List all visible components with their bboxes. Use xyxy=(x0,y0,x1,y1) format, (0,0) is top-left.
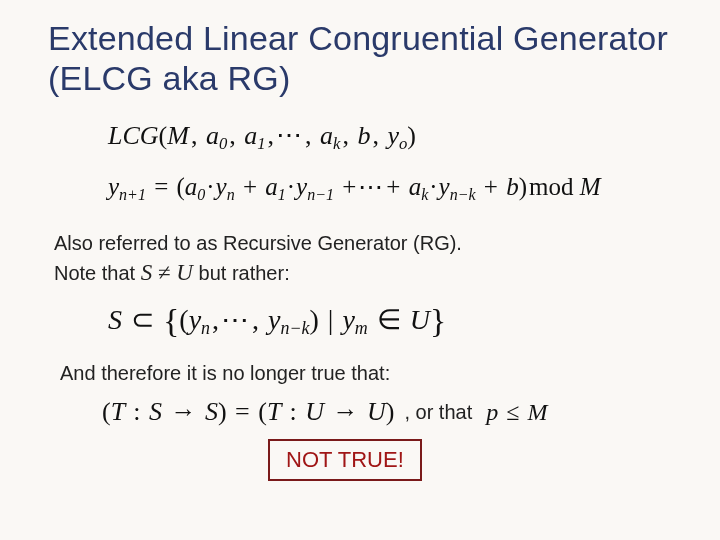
text-rg-note-b: but rather: xyxy=(199,262,290,284)
formula-tss-tuu: (T : S → S) = (T : U → U) xyxy=(102,397,394,427)
text-recursive-generator: Also referred to as Recursive Generator … xyxy=(54,230,670,288)
formula-recurrence: yn+1 = (a0·yn + a1·yn−1 +⋯+ ak·yn−k + b)… xyxy=(108,172,680,204)
text-rg-note-a: Note that xyxy=(54,262,141,284)
text-and-therefore: And therefore it is no longer true that: xyxy=(60,360,680,387)
not-true-callout: NOT TRUE! xyxy=(268,439,422,481)
row-or-that: (T : S → S) = (T : U → U) , or that p ≤ … xyxy=(102,397,680,427)
text-or-that: , or that xyxy=(404,401,472,424)
slide-title: Extended Linear Congruential Generator (… xyxy=(48,18,680,98)
formula-lcg-def: LCG(M, a0, a1,⋯, ak, b, yo) xyxy=(108,120,680,154)
formula-s-subset: S ⊂ {(yn,⋯, yn−k) | ym ∈ U} xyxy=(108,302,680,340)
formula-s-neq-u: S ≠ U xyxy=(141,260,193,285)
text-rg-line1: Also referred to as Recursive Generator … xyxy=(54,232,462,254)
formula-p-le-m: p ≤ M xyxy=(486,399,547,426)
